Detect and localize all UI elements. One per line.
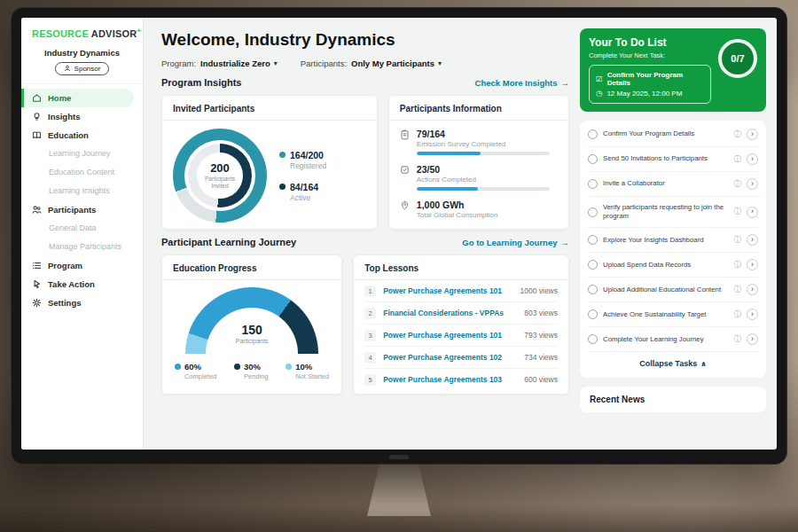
task-checkbox[interactable] — [588, 179, 598, 189]
sidebar-item-learning-insights[interactable]: Learning Insights — [21, 182, 143, 200]
check-square-icon — [400, 165, 410, 175]
legend-item-pending: 30% Pending — [234, 362, 269, 380]
task-go-button[interactable]: › — [747, 234, 758, 246]
task-checkbox[interactable] — [588, 235, 598, 245]
sidebar-item-label: Education Content — [49, 168, 114, 176]
legend-dot — [286, 364, 292, 370]
task-go-button[interactable]: › — [747, 309, 758, 320]
task-go-button[interactable]: › — [747, 129, 758, 140]
sidebar-item-participants[interactable]: Participants — [21, 200, 143, 219]
task-go-button[interactable]: › — [747, 153, 758, 165]
lesson-views: 1000 views — [520, 286, 558, 295]
stat-value: 1,000 GWh — [417, 200, 498, 210]
sidebar-item-insights[interactable]: Insights — [21, 107, 143, 126]
chevron-right-icon: › — [751, 236, 754, 244]
page-title: Welcome, Industry Dynamics — [161, 30, 569, 50]
task-label: Confirm Your Program Details — [603, 129, 729, 138]
desk-shadow — [0, 505, 798, 532]
task-row[interactable]: Invite a Collaborator ⓘ › — [588, 172, 758, 197]
info-icon: ⓘ — [734, 129, 742, 140]
legend-item-not-started: 10% Not Started — [286, 362, 329, 380]
card-title: Invited Participants — [162, 104, 377, 121]
link-label: Go to Learning Journey — [462, 238, 557, 247]
map-pin-icon — [400, 200, 410, 211]
legend-label: Registered — [290, 161, 326, 170]
sidebar-item-education-content[interactable]: Education Content — [21, 163, 143, 182]
chevron-right-icon: › — [751, 335, 754, 343]
task-row[interactable]: Upload Spend Data Records ⓘ › — [588, 253, 758, 278]
legend-item-active: 84/164 Active — [279, 182, 326, 202]
sidebar-item-home[interactable]: Home — [21, 89, 134, 107]
task-checkbox[interactable] — [588, 260, 598, 270]
legend-value: 164/200 — [290, 150, 324, 160]
next-task-box: ☑ Confirm Your Program Details ◷ 12 May … — [589, 65, 711, 104]
lesson-link[interactable]: Power Purchase Agreements 102 — [383, 353, 517, 362]
sidebar-item-manage-participants[interactable]: Manage Participants — [21, 238, 143, 256]
sidebar-nav: Home Insights Education Learning Journey… — [21, 84, 143, 317]
task-label: Verify participants requesting to join t… — [603, 203, 729, 221]
program-filter-label: Program: — [161, 59, 196, 68]
sidebar-item-label: Insights — [48, 112, 80, 121]
sidebar-item-label: Home — [48, 93, 71, 103]
task-checkbox[interactable] — [588, 334, 598, 344]
task-go-button[interactable]: › — [747, 178, 758, 190]
education-gauge: 150 Participants — [185, 287, 318, 356]
participants-select[interactable]: Only My Participants ▾ — [351, 59, 442, 68]
sidebar-item-education[interactable]: Education — [21, 126, 143, 145]
chevron-right-icon: › — [751, 130, 754, 138]
collapse-tasks-button[interactable]: Collapse Tasks∧ — [588, 352, 758, 376]
task-checkbox[interactable] — [588, 129, 598, 139]
chevron-right-icon: › — [751, 207, 754, 215]
sidebar-item-learning-journey[interactable]: Learning Journey — [21, 145, 143, 163]
task-checkbox[interactable] — [588, 207, 598, 217]
app-logo: RESOURCE ADVISOR+ — [21, 27, 143, 46]
lesson-rank: 3 — [364, 330, 376, 341]
sidebar-item-general-data[interactable]: General Data — [21, 219, 143, 238]
task-go-button[interactable]: › — [747, 284, 758, 295]
task-checkbox[interactable] — [588, 285, 598, 294]
card-title: Participants Information — [389, 104, 568, 121]
task-checkbox[interactable] — [588, 309, 598, 319]
task-row[interactable]: Send 50 Invitations to Participants ⓘ › — [588, 147, 758, 172]
task-go-button[interactable]: › — [747, 207, 758, 218]
task-row[interactable]: Upload Additional Educational Content ⓘ … — [588, 278, 758, 302]
task-row[interactable]: Confirm Your Program Details ⓘ › — [588, 122, 758, 147]
task-row[interactable]: Achieve One Sustainability Target ⓘ › — [588, 302, 758, 327]
invited-participants-card: Invited Participants 200 Participants In… — [161, 95, 378, 230]
chevron-right-icon: › — [751, 155, 754, 163]
task-row[interactable]: Verify participants requesting to join t… — [588, 197, 758, 228]
chevron-up-icon: ∧ — [700, 360, 707, 368]
check-more-insights-link[interactable]: Check More Insights → — [475, 78, 569, 88]
program-insights-header: Program Insights Check More Insights → — [161, 77, 569, 88]
program-select[interactable]: Industrialize Zero ▾ — [200, 59, 278, 68]
legend-value: 10% — [295, 362, 312, 372]
lesson-link[interactable]: Financial Considerations - VPPAs — [383, 309, 517, 317]
sidebar-item-program[interactable]: Program — [21, 256, 143, 275]
task-go-button[interactable]: › — [747, 333, 758, 345]
lesson-link[interactable]: Power Purchase Agreements 103 — [383, 375, 517, 384]
lesson-link[interactable]: Power Purchase Agreements 101 — [383, 286, 512, 295]
monitor-logo — [389, 455, 409, 459]
task-row[interactable]: Explore Your Insights Dashboard ⓘ › — [588, 228, 758, 253]
lesson-views: 793 views — [524, 331, 558, 340]
sidebar-item-label: Learning Journey — [49, 149, 111, 158]
task-checkbox[interactable] — [588, 154, 598, 164]
lesson-row: 4 Power Purchase Agreements 102 734 view… — [364, 347, 558, 369]
gauge-center: 150 Participants — [185, 323, 318, 344]
task-label: Explore Your Insights Dashboard — [603, 236, 729, 245]
task-label: Achieve One Sustainability Target — [603, 310, 729, 319]
link-label: Check More Insights — [475, 78, 558, 88]
task-row[interactable]: Complete Your Learning Journey ⓘ › — [588, 327, 758, 352]
info-icon: ⓘ — [734, 334, 742, 345]
go-to-learning-journey-link[interactable]: Go to Learning Journey → — [462, 238, 569, 247]
home-icon — [32, 93, 42, 103]
chevron-right-icon: › — [751, 286, 754, 293]
info-icon: ⓘ — [734, 179, 742, 190]
sidebar-item-label: Manage Participants — [49, 242, 121, 251]
sidebar-item-take-action[interactable]: Take Action — [21, 275, 143, 293]
progress-track — [417, 152, 550, 155]
sidebar-item-settings[interactable]: Settings — [21, 293, 143, 312]
lesson-link[interactable]: Power Purchase Agreements 101 — [383, 331, 517, 340]
logo-plus: + — [137, 27, 141, 35]
task-go-button[interactable]: › — [747, 259, 758, 270]
